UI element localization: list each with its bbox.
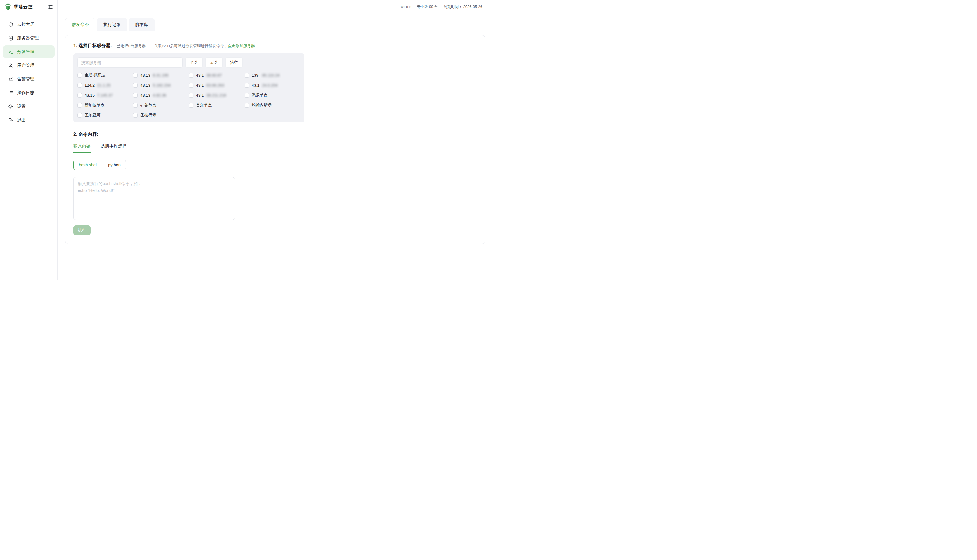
selected-count-hint: 已选择0台服务器 <box>117 43 146 48</box>
server-checkbox-item[interactable]: 43.138.31.195 <box>133 72 189 78</box>
sidebar-item-7[interactable]: 设置 <box>3 100 55 113</box>
edition-label: 专业版 99 台 <box>417 4 438 9</box>
selection-action-button-1[interactable]: 全选 <box>186 57 202 68</box>
app-window: 堡塔云控 v1.0.3 专业版 99 台 到期时间： 2026-05-26 云控… <box>0 0 488 280</box>
checkbox[interactable] <box>77 93 82 98</box>
server-label: 43.1 <box>196 83 204 88</box>
checkbox[interactable] <box>133 113 138 118</box>
selection-action-button-2[interactable]: 反选 <box>206 57 223 68</box>
topbar: v1.0.3 专业版 99 台 到期时间： 2026-05-26 <box>58 0 488 14</box>
sidebar-item-4[interactable]: 用户管理 <box>3 59 55 72</box>
server-label: 圣彼得堡 <box>140 113 156 118</box>
server-label: 43.13 <box>140 93 150 98</box>
checkbox[interactable] <box>244 73 249 78</box>
selection-action-button-3[interactable]: 清空 <box>226 57 243 68</box>
checkbox[interactable] <box>77 73 82 78</box>
expiry-label: 到期时间： 2026-05-26 <box>443 4 482 9</box>
server-label-redacted: 4.82.36 <box>153 93 166 98</box>
command-subtab-1[interactable]: 输入内容 <box>74 143 90 153</box>
server-label: 新加坡节点 <box>85 103 105 108</box>
sidebar-item-label: 设置 <box>17 104 26 109</box>
checkbox[interactable] <box>77 113 82 118</box>
server-checkbox-item[interactable]: 悉尼节点 <box>244 92 300 98</box>
server-checkbox-item[interactable]: 首尔节点 <box>189 102 244 108</box>
server-label: 悉尼节点 <box>252 93 268 98</box>
checkbox[interactable] <box>133 93 138 98</box>
checkbox[interactable] <box>133 83 138 88</box>
sidebar-item-5[interactable]: 告警管理 <box>3 73 55 85</box>
sidebar-item-label: 告警管理 <box>17 77 34 82</box>
checkbox[interactable] <box>189 93 193 98</box>
server-label: 宝塔-腾讯云 <box>85 73 106 78</box>
server-label-redacted: 8.31.195 <box>153 73 169 78</box>
collapse-sidebar-icon[interactable] <box>47 4 54 10</box>
server-checkbox-item[interactable]: 圣地亚哥 <box>77 112 133 118</box>
checkbox[interactable] <box>133 73 138 78</box>
server-checkbox-item[interactable]: 43.163.66.263 <box>189 82 244 88</box>
command-section: 2. 命令内容: 输入内容从脚本库选择 bash shellpython 执行 <box>74 132 477 235</box>
server-checkbox-item[interactable]: 43.124.0.204 <box>244 82 300 88</box>
checkbox[interactable] <box>244 103 249 108</box>
command-textarea[interactable] <box>74 177 235 220</box>
checkbox[interactable] <box>77 83 82 88</box>
checkbox[interactable] <box>244 83 249 88</box>
server-checkbox-item[interactable]: 43.138.211.218 <box>189 92 244 98</box>
server-checkbox-item[interactable]: 43.138.60.87 <box>189 72 244 78</box>
checkbox[interactable] <box>133 103 138 108</box>
server-label-redacted: 38.60.87 <box>206 73 222 78</box>
sidebar-item-8[interactable]: 退出 <box>3 114 55 127</box>
command-subtabs: 输入内容从脚本库选择 <box>74 143 477 153</box>
execute-button[interactable]: 执行 <box>74 225 90 235</box>
tab-1[interactable]: 群发命令 <box>65 18 95 31</box>
language-button-2[interactable]: python <box>103 160 126 170</box>
sidebar-item-2[interactable]: 服务器管理 <box>3 32 55 44</box>
server-label: 124.2 <box>85 83 95 88</box>
app-logo: 堡塔云控 <box>5 3 33 10</box>
server-checkbox-item[interactable]: 139.85.110.24 <box>244 72 300 78</box>
server-checkbox-item[interactable]: 约翰内斯堡 <box>244 102 300 108</box>
main-content: 群发命令执行记录脚本库 1. 选择目标服务器: 已选择0台服务器 关联SSH后可… <box>58 14 488 280</box>
language-button-1[interactable]: bash shell <box>74 160 103 170</box>
server-checkbox-item[interactable]: 新加坡节点 <box>77 102 133 108</box>
sidebar-header: 堡塔云控 <box>0 0 58 14</box>
server-label-redacted: 24.0.204 <box>262 83 278 88</box>
server-checkbox-item[interactable]: 43.135.182.234 <box>133 82 189 88</box>
tab-2[interactable]: 执行记录 <box>97 18 127 31</box>
command-subtab-2[interactable]: 从脚本库选择 <box>101 143 127 153</box>
server-label-redacted: 5.182.234 <box>153 83 171 88</box>
server-checkbox-item[interactable]: 43.134.82.36 <box>133 92 189 98</box>
server-label: 43.1 <box>196 73 204 78</box>
alarm-icon <box>8 77 13 82</box>
checkbox[interactable] <box>189 83 193 88</box>
checkbox[interactable] <box>189 73 193 78</box>
server-section-title: 1. 选择目标服务器: <box>74 43 112 49</box>
server-label: 硅谷节点 <box>140 103 156 108</box>
server-checkbox-item[interactable]: 43.157.145.37 <box>77 92 133 98</box>
server-checkbox-item[interactable]: 124.221.1.25 <box>77 82 133 88</box>
tab-3[interactable]: 脚本库 <box>129 18 154 31</box>
checkbox[interactable] <box>244 93 249 98</box>
sidebar-item-label: 用户管理 <box>17 63 34 68</box>
sidebar-item-6[interactable]: 操作日志 <box>3 87 55 99</box>
server-checkbox-item[interactable]: 圣彼得堡 <box>133 112 189 118</box>
server-label: 43.1 <box>252 83 259 88</box>
log-list-icon <box>8 90 13 96</box>
sidebar-item-label: 分发管理 <box>17 49 34 55</box>
server-label: 约翰内斯堡 <box>252 103 272 108</box>
language-toggle-group: bash shellpython <box>74 160 477 170</box>
app-title: 堡塔云控 <box>14 4 33 10</box>
server-checkbox-item[interactable]: 宝塔-腾讯云 <box>77 72 133 78</box>
server-label-redacted: 21.1.25 <box>97 83 110 88</box>
add-server-link[interactable]: 点击添加服务器 <box>228 44 255 48</box>
server-search-input[interactable] <box>77 57 182 68</box>
sidebar-item-3[interactable]: 分发管理 <box>3 45 55 58</box>
sidebar-item-1[interactable]: 云控大屏 <box>3 18 55 30</box>
server-label: 首尔节点 <box>196 103 212 108</box>
checkbox[interactable] <box>77 103 82 108</box>
checkbox[interactable] <box>189 103 193 108</box>
command-section-title: 2. 命令内容: <box>74 132 98 137</box>
server-select-panel: 全选反选清空 宝塔-腾讯云43.138.31.19543.138.60.8713… <box>74 53 304 122</box>
servers-icon <box>8 35 13 41</box>
server-checkbox-item[interactable]: 硅谷节点 <box>133 102 189 108</box>
server-label: 43.13 <box>140 83 150 88</box>
